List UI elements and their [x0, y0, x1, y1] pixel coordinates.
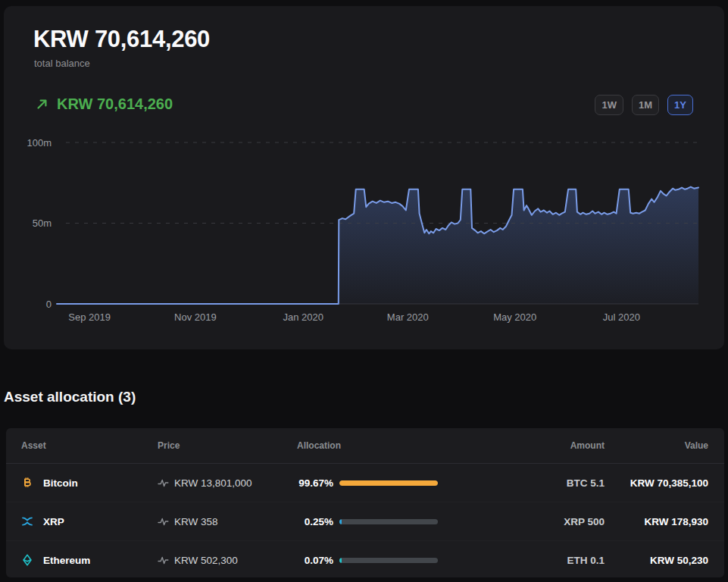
asset-value: KRW 50,230	[605, 555, 708, 566]
table-header-row: Asset Price Allocation Amount Value	[6, 428, 724, 464]
asset-allocation-title: Asset allocation (3)	[4, 389, 136, 405]
svg-text:0: 0	[46, 299, 52, 310]
ethereum-icon	[21, 554, 33, 566]
svg-text:100m: 100m	[27, 137, 52, 149]
price-pulse-icon	[158, 555, 169, 565]
asset-amount: XRP 500	[461, 516, 605, 527]
asset-price: KRW 502,300	[174, 555, 238, 566]
svg-text:Sep 2019: Sep 2019	[68, 311, 111, 323]
asset-amount: BTC 5.1	[461, 477, 605, 489]
range-button-1m[interactable]: 1M	[632, 95, 659, 115]
allocation-percent: 0.25%	[297, 516, 333, 527]
asset-price: KRW 13,801,000	[174, 477, 252, 489]
balance-change-row: KRW 70,614,260	[35, 95, 173, 113]
allocation-bar-track	[339, 480, 438, 486]
table-row[interactable]: Bitcoin KRW 13,801,000 99.67% BTC 5.1 KR…	[6, 464, 724, 502]
asset-price: KRW 358	[174, 516, 218, 527]
asset-value: KRW 178,930	[605, 516, 708, 527]
table-row[interactable]: Ethereum KRW 502,300 0.07% ETH 0.1 KRW 5…	[6, 540, 724, 579]
total-balance-label: total balance	[34, 58, 90, 69]
asset-name: XRP	[43, 516, 64, 527]
column-header-amount: Amount	[461, 440, 605, 451]
svg-text:50m: 50m	[33, 217, 52, 229]
balance-card: KRW 70,614,260 total balance KRW 70,614,…	[4, 6, 724, 349]
column-header-price: Price	[158, 440, 297, 451]
svg-text:Mar 2020: Mar 2020	[387, 311, 429, 323]
allocation-bar-fill	[339, 519, 342, 524]
bitcoin-icon	[21, 477, 33, 489]
range-selector: 1W1M1Y	[595, 95, 693, 115]
column-header-asset: Asset	[21, 440, 158, 451]
price-pulse-icon	[158, 478, 169, 488]
balance-change-value: KRW 70,614,260	[57, 95, 173, 113]
allocation-bar-fill	[339, 558, 342, 563]
svg-text:Jul 2020: Jul 2020	[603, 311, 640, 323]
balance-area-chart: 100m50m0Sep 2019Nov 2019Jan 2020Mar 2020…	[4, 136, 724, 341]
svg-text:May 2020: May 2020	[493, 311, 536, 323]
allocation-bar-fill	[339, 480, 438, 486]
asset-value: KRW 70,385,100	[605, 477, 708, 489]
allocation-percent: 99.67%	[297, 477, 333, 489]
allocation-bar-track	[339, 519, 438, 524]
trend-up-arrow-icon	[35, 97, 49, 111]
asset-amount: ETH 0.1	[461, 555, 605, 566]
svg-text:Nov 2019: Nov 2019	[174, 311, 217, 323]
allocation-bar-track	[339, 558, 438, 563]
table-row[interactable]: XRP KRW 358 0.25% XRP 500 KRW 178,930	[6, 502, 724, 540]
svg-text:Jan 2020: Jan 2020	[283, 311, 323, 323]
range-button-1w[interactable]: 1W	[595, 95, 623, 115]
asset-allocation-table: Asset Price Allocation Amount Value Bitc…	[6, 428, 724, 577]
asset-name: Ethereum	[43, 555, 90, 566]
asset-name: Bitcoin	[43, 477, 78, 489]
column-header-allocation: Allocation	[297, 440, 461, 451]
total-balance-value: KRW 70,614,260	[33, 26, 210, 53]
column-header-value: Value	[605, 440, 708, 451]
range-button-1y[interactable]: 1Y	[667, 95, 693, 115]
allocation-percent: 0.07%	[297, 555, 333, 566]
xrp-icon	[21, 515, 33, 527]
price-pulse-icon	[158, 517, 169, 527]
